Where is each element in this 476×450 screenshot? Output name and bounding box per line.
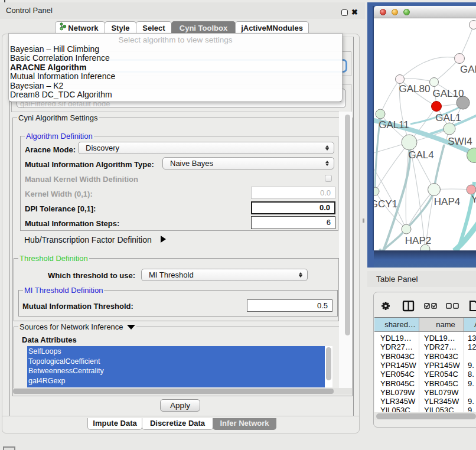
- svg-text:GCY1: GCY1: [374, 198, 397, 210]
- svg-text:HAP2: HAP2: [405, 235, 431, 246]
- svg-text:GAL10: GAL10: [433, 88, 464, 99]
- svg-text:GAL1: GAL1: [435, 112, 461, 123]
- svg-text:GAL80: GAL80: [399, 83, 431, 94]
- svg-text:GAL11: GAL11: [379, 119, 409, 131]
- svg-text:Y: Y: [471, 194, 476, 205]
- svg-text:GAL7: GAL7: [460, 64, 476, 75]
- svg-text:SWI4: SWI4: [448, 136, 472, 147]
- svg-text:HAP4: HAP4: [434, 196, 460, 207]
- svg-text:GAL4: GAL4: [408, 149, 433, 161]
